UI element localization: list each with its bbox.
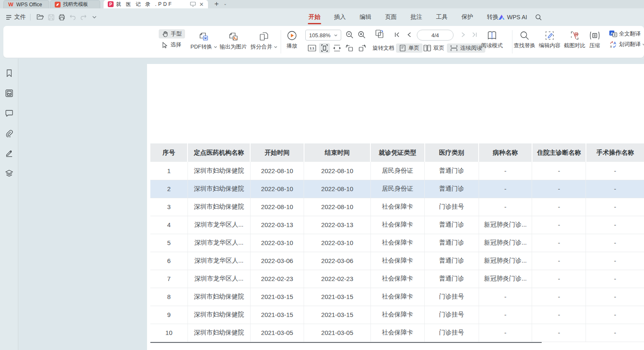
edit-content-button[interactable]: 编辑内容 — [539, 31, 560, 49]
table-cell: 2 — [150, 180, 188, 198]
table-header-cell: 开始时间 — [250, 143, 304, 162]
hand-tool-button[interactable]: 手型 — [159, 29, 185, 38]
layers-panel-button[interactable] — [4, 168, 15, 179]
fit-page-button[interactable] — [319, 43, 330, 53]
table-cell: 普通门诊 — [425, 234, 479, 252]
table-row: 4深圳市龙华区人...2022-03-132022-03-13社会保障卡普通门诊… — [150, 216, 644, 234]
menu-item-insert[interactable]: 插入 — [333, 12, 347, 23]
fit-width-button[interactable] — [332, 43, 342, 53]
menu-item-comment[interactable]: 批注 — [410, 12, 423, 23]
thumbnail-icon — [5, 89, 13, 97]
table-header-cell: 医疗类别 — [425, 143, 479, 162]
menu-item-tools[interactable]: 工具 — [435, 12, 449, 23]
attachment-icon — [5, 130, 13, 137]
previous-page-button[interactable] — [404, 30, 413, 40]
play-button[interactable]: 播放 — [287, 30, 297, 50]
save-button[interactable] — [46, 12, 56, 22]
menu-item-home[interactable]: 开始 — [308, 12, 321, 23]
close-icon[interactable]: ✕ — [199, 2, 204, 7]
comments-panel-button[interactable] — [4, 108, 15, 119]
zoom-level-value: 105.88% — [309, 32, 330, 38]
menu-bar: 文件 开始 插入 编辑 页面 批注 工具 保护 转换 — [0, 8, 644, 26]
find-replace-button[interactable]: 查找替换 — [514, 31, 535, 49]
search-icon — [535, 14, 542, 20]
attachments-panel-button[interactable] — [4, 128, 15, 139]
more-actions-button[interactable] — [89, 12, 100, 22]
table-bottom-border — [150, 342, 542, 343]
zoom-level-select[interactable]: 105.88% — [305, 30, 341, 41]
single-page-button[interactable]: 单页 — [396, 43, 423, 53]
table-cell: - — [479, 306, 532, 324]
save-icon — [48, 14, 54, 20]
undo-button[interactable] — [67, 12, 78, 22]
split-merge-button[interactable]: 拆分合并 — [251, 31, 277, 51]
table-cell: 社会保障卡 — [370, 234, 425, 252]
left-sidebar — [0, 59, 18, 350]
wps-ai-button[interactable]: WPS AI — [498, 14, 527, 20]
tab-docer-templates[interactable]: 找稻壳模板 — [50, 0, 100, 8]
select-tool-button[interactable]: 选择 — [159, 40, 185, 49]
rotate-right-button[interactable] — [357, 43, 368, 53]
pdf-convert-button[interactable]: PDF转换 — [190, 31, 217, 51]
compress-button[interactable]: 压缩 — [589, 31, 601, 49]
table-cell: 社会保障卡 — [370, 216, 425, 234]
page-indicator-input[interactable]: 4/4 — [417, 30, 454, 41]
zoom-in-button[interactable] — [356, 30, 367, 40]
table-cell: - — [532, 234, 586, 252]
read-mode-button[interactable]: 阅读模式 — [481, 31, 503, 49]
split-merge-icon — [259, 31, 269, 42]
table-cell: 2022-08-10 — [304, 162, 370, 180]
monitor-icon[interactable] — [190, 2, 196, 7]
menu-search-button[interactable] — [535, 14, 542, 20]
single-page-label: 单页 — [408, 44, 419, 52]
menu-item-convert[interactable]: 转换 — [486, 12, 499, 23]
svg-text:A: A — [614, 41, 616, 45]
menu-item-edit[interactable]: 编辑 — [359, 12, 372, 23]
table-cell: 深圳市妇幼保健院 — [188, 324, 250, 342]
rotate-left-button[interactable] — [344, 43, 355, 53]
print-button[interactable] — [56, 12, 67, 22]
first-page-button[interactable] — [393, 30, 402, 40]
wps-ai-label: WPS AI — [507, 14, 527, 20]
next-page-button[interactable] — [459, 30, 468, 40]
divider — [30, 14, 30, 20]
screenshot-compare-button[interactable]: 截图对比 — [564, 31, 586, 49]
file-menu-button[interactable]: 文件 — [6, 13, 26, 21]
table-cell: - — [532, 216, 586, 234]
divider — [281, 30, 281, 54]
table-header-cell: 序号 — [150, 143, 188, 162]
table-cell: 2021-03-15 — [304, 306, 370, 324]
full-translate-button[interactable]: A 全文翻译 — [609, 30, 644, 38]
redo-button[interactable] — [78, 12, 89, 22]
export-image-button[interactable]: 输出为图片 — [220, 31, 247, 51]
table-cell: - — [479, 198, 532, 216]
tab-bar: W WPS Office 找稻壳模板 P 就 医 记 录 .PDF ✕ ＋ ⌄ — [0, 0, 644, 8]
tab-label: 就 医 记 录 .PDF — [116, 1, 173, 8]
zoom-out-button[interactable] — [344, 30, 355, 40]
bookmarks-panel-button[interactable] — [4, 68, 15, 79]
svg-text:x: x — [610, 44, 612, 48]
export-image-label: 输出为图片 — [220, 43, 247, 51]
rotate-document-button[interactable]: 旋转文档 — [369, 43, 398, 53]
actual-size-button[interactable]: 1:1 — [307, 43, 317, 53]
rotate-right-icon — [358, 44, 366, 52]
open-file-button[interactable] — [35, 12, 46, 22]
new-tab-plus-icon[interactable]: ＋ — [213, 0, 220, 8]
signature-panel-button[interactable] — [4, 148, 15, 159]
continuous-read-button[interactable]: 连续阅读 — [447, 43, 485, 53]
replace-page-button[interactable] — [374, 29, 385, 39]
word-translate-button[interactable]: A x 划词翻译 — [609, 41, 644, 48]
last-page-button[interactable] — [470, 30, 479, 40]
menu-item-page[interactable]: 页面 — [384, 12, 398, 23]
thumbnails-panel-button[interactable] — [4, 88, 15, 99]
document-canvas[interactable]: 序号 定点医药机构名称 开始时间 结束时间 就诊凭证类型 医疗类别 病种名称 住… — [19, 59, 644, 350]
tab-document-active[interactable]: P 就 医 记 录 .PDF ✕ — [104, 0, 208, 8]
tab-list-chevron-down-icon[interactable]: ⌄ — [223, 2, 227, 6]
tab-wps-office[interactable]: W WPS Office — [3, 0, 49, 8]
edit-content-label: 编辑内容 — [539, 42, 560, 49]
table-cell: 门诊挂号 — [425, 306, 479, 324]
word-translate-label: 划词翻译 — [619, 41, 641, 48]
table-cell: 2021-03-15 — [250, 288, 304, 306]
table-cell: 2022-03-06 — [304, 252, 370, 270]
menu-item-protect[interactable]: 保护 — [461, 12, 474, 23]
